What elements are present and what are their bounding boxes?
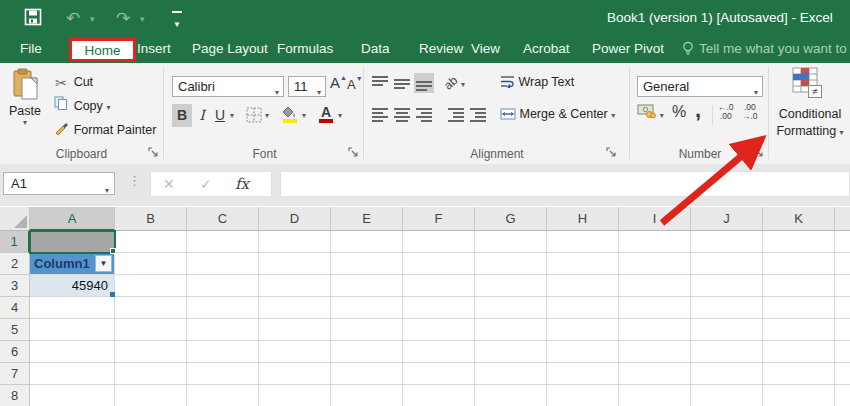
cell-F2[interactable] [403,253,475,275]
column-header-J[interactable]: J [691,207,763,231]
cell-D1[interactable] [259,231,331,253]
cell-partial[interactable] [835,275,850,297]
cell-C2[interactable] [187,253,259,275]
cell-D4[interactable] [259,297,331,319]
cell-B4[interactable] [115,297,187,319]
clipboard-dialog-launcher[interactable] [148,145,158,160]
column-header-I[interactable]: I [619,207,691,231]
cell-C8[interactable] [187,385,259,406]
conditional-formatting-button[interactable]: ≠ Conditional Formatting ▾ [770,63,850,165]
cell-G4[interactable] [475,297,547,319]
cell-F8[interactable] [403,385,475,406]
italic-button[interactable]: I [194,104,210,127]
cell-C1[interactable] [187,231,259,253]
cell-I7[interactable] [619,363,691,385]
row-header-6[interactable]: 6 [0,341,30,363]
row-header-7[interactable]: 7 [0,363,30,385]
cell-I1[interactable] [619,231,691,253]
cell-D3[interactable] [259,275,331,297]
font-color-dropdown-icon[interactable]: ▾ [338,111,342,120]
cell-E1[interactable] [331,231,403,253]
orientation-button[interactable]: ab ▾ [444,75,465,90]
decrease-decimal-button[interactable]: .00 →.0 [742,103,758,121]
borders-dropdown-icon[interactable]: ▾ [265,111,269,120]
tab-acrobat[interactable]: Acrobat [523,36,570,63]
column-header-H[interactable]: H [547,207,619,231]
cell-K3[interactable] [763,275,835,297]
cell-H2[interactable] [547,253,619,275]
cell-A6[interactable] [30,341,115,363]
cell-A8[interactable] [30,385,115,406]
tab-formulas[interactable]: Formulas [277,36,333,63]
cell-F4[interactable] [403,297,475,319]
cell-B5[interactable] [115,319,187,341]
font-size-combo[interactable]: 11 ▾ [288,76,326,97]
cell-D7[interactable] [259,363,331,385]
cell-B8[interactable] [115,385,187,406]
customize-quick-access-toolbar-button[interactable]: ▼ [172,11,182,30]
cell-G6[interactable] [475,341,547,363]
cell-C3[interactable] [187,275,259,297]
cell-partial[interactable] [835,341,850,363]
row-header-8[interactable]: 8 [0,385,30,406]
increase-indent-button[interactable] [468,105,488,125]
decrease-indent-button[interactable] [446,105,466,125]
cell-partial[interactable] [835,253,850,275]
column-header-E[interactable]: E [331,207,403,231]
cell-C6[interactable] [187,341,259,363]
cell-D5[interactable] [259,319,331,341]
cell-partial[interactable] [835,319,850,341]
copy-button[interactable]: Copy ▾ [52,95,110,117]
cell-I2[interactable] [619,253,691,275]
tab-power-pivot[interactable]: Power Pivot [592,36,664,63]
percent-style-button[interactable]: % [672,103,686,121]
alignment-dialog-launcher[interactable] [606,145,616,160]
row-header-2[interactable]: 2 [0,253,30,275]
fill-color-dropdown-icon[interactable]: ▾ [302,111,306,120]
cell-G8[interactable] [475,385,547,406]
font-dialog-launcher[interactable] [348,145,358,160]
redo-button[interactable]: ↷ [116,8,130,29]
cell-C4[interactable] [187,297,259,319]
name-box[interactable]: A1 ▾ [3,172,115,195]
cell-partial[interactable] [835,363,850,385]
tab-file[interactable]: File [20,36,42,63]
cell-I5[interactable] [619,319,691,341]
cell-I4[interactable] [619,297,691,319]
align-left-button[interactable] [370,105,390,125]
cell-A5[interactable] [30,319,115,341]
cell-K8[interactable] [763,385,835,406]
filter-dropdown-button[interactable]: ▼ [95,255,112,272]
tab-page-layout[interactable]: Page Layout [192,36,268,63]
tab-data[interactable]: Data [361,36,390,63]
accounting-format-button[interactable]: ▾ [637,103,664,121]
cell-K7[interactable] [763,363,835,385]
cell-K6[interactable] [763,341,835,363]
cell-C5[interactable] [187,319,259,341]
undo-dropdown-icon[interactable]: ▾ [90,14,95,24]
cut-button[interactable]: ✂ Cut [52,71,93,93]
cell-G7[interactable] [475,363,547,385]
cancel-button[interactable]: ✕ [163,172,175,196]
cell-A7[interactable] [30,363,115,385]
cell-F6[interactable] [403,341,475,363]
bold-button[interactable]: B [172,104,192,127]
cell-J2[interactable] [691,253,763,275]
cell-D2[interactable] [259,253,331,275]
tab-home[interactable]: Home [69,38,136,62]
cell-G3[interactable] [475,275,547,297]
cell-G5[interactable] [475,319,547,341]
underline-button[interactable]: U [212,104,228,127]
cell-G1[interactable] [475,231,547,253]
cell-E5[interactable] [331,319,403,341]
table-resize-handle[interactable] [110,292,115,297]
cell-H7[interactable] [547,363,619,385]
save-icon[interactable] [24,8,42,29]
column-header-F[interactable]: F [403,207,475,231]
cell-J3[interactable] [691,275,763,297]
fill-color-button[interactable] [280,105,300,126]
row-header-3[interactable]: 3 [0,275,30,297]
undo-button[interactable]: ↶ [66,8,80,29]
cell-H5[interactable] [547,319,619,341]
cell-H1[interactable] [547,231,619,253]
